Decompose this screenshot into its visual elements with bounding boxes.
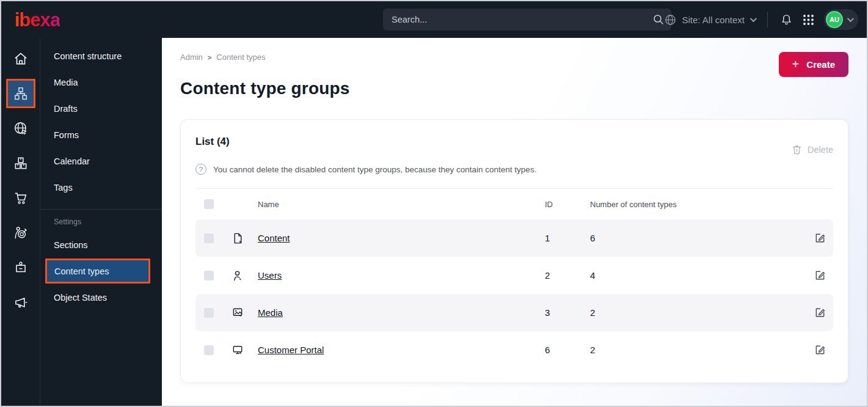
user-menu[interactable]: AU xyxy=(824,9,858,30)
breadcrumb: Admin > Content types xyxy=(180,53,848,62)
sidebar-item-personalization[interactable] xyxy=(1,215,40,250)
menu-item-drafts[interactable]: Drafts xyxy=(40,95,162,122)
monitor-icon xyxy=(232,344,258,356)
breadcrumb-separator: > xyxy=(208,54,211,61)
row-checkbox[interactable] xyxy=(204,233,214,243)
menu-item-tags[interactable]: Tags xyxy=(40,174,162,200)
image-icon xyxy=(232,307,258,318)
menu-panel: Content structure Media Drafts Forms Cal… xyxy=(40,38,162,406)
create-button[interactable]: + Create xyxy=(779,52,848,77)
group-id: 1 xyxy=(545,233,590,243)
row-checkbox[interactable] xyxy=(204,271,214,280)
menu-item-media[interactable]: Media xyxy=(40,69,162,95)
menu-section-settings: Settings xyxy=(40,212,162,232)
edit-button[interactable] xyxy=(803,307,830,318)
personalization-icon xyxy=(13,225,29,241)
table-header-row: Name ID Number of content types xyxy=(195,189,833,219)
top-bar: ibexa Site: All context xyxy=(1,1,867,38)
chevron-down-icon xyxy=(750,15,757,22)
app-window: ibexa Site: All context xyxy=(0,0,868,407)
group-count: 2 xyxy=(590,307,803,318)
ibexa-logo: ibexa xyxy=(15,10,60,29)
sidebar-item-content[interactable] xyxy=(1,76,40,111)
group-id: 3 xyxy=(545,307,590,318)
column-header-name: Name xyxy=(258,200,545,209)
admin-badge-icon xyxy=(13,260,29,276)
avatar: AU xyxy=(826,11,843,28)
info-line: ? You cannot delete the disabled content… xyxy=(195,164,833,175)
chevron-down-icon xyxy=(847,15,854,22)
page-title: Content type groups xyxy=(180,79,848,98)
topbar-divider xyxy=(767,12,768,28)
menu-item-forms[interactable]: Forms xyxy=(40,122,162,148)
row-checkbox[interactable] xyxy=(204,345,214,355)
group-count: 4 xyxy=(590,270,803,280)
active-item-highlight xyxy=(6,79,35,108)
sidebar-item-admin[interactable] xyxy=(1,250,40,285)
bell-icon xyxy=(780,13,793,26)
group-count: 2 xyxy=(590,345,803,355)
create-button-label: Create xyxy=(806,59,835,70)
edit-button[interactable] xyxy=(803,232,830,244)
row-checkbox[interactable] xyxy=(204,308,214,318)
list-count-title: List (4) xyxy=(195,136,230,148)
campaign-megaphone-icon xyxy=(13,295,29,310)
sidebar-item-product-catalog[interactable] xyxy=(1,145,40,180)
help-icon: ? xyxy=(195,164,206,175)
table-row: Media 3 2 xyxy=(195,294,833,331)
menu-item-sections[interactable]: Sections xyxy=(40,232,162,258)
commerce-cart-icon xyxy=(13,190,29,206)
breadcrumb-admin[interactable]: Admin xyxy=(180,53,203,62)
menu-item-content-structure[interactable]: Content structure xyxy=(40,43,162,69)
table-row: Customer Portal 6 2 xyxy=(195,331,833,369)
group-link[interactable]: Media xyxy=(258,307,283,318)
grid-icon xyxy=(803,14,814,26)
site-context-selector[interactable]: Site: All context xyxy=(665,14,755,26)
column-header-count: Number of content types xyxy=(590,200,803,209)
content-type-groups-table: Name ID Number of content types Content … xyxy=(195,189,833,369)
active-menu-highlight: Content types xyxy=(45,258,150,284)
menu-item-content-types[interactable]: Content types xyxy=(40,258,162,284)
trash-icon xyxy=(792,144,802,155)
globe-icon xyxy=(665,14,676,26)
product-catalog-icon xyxy=(13,155,29,171)
column-header-id: ID xyxy=(545,200,590,209)
site-globe-icon xyxy=(13,120,29,136)
menu-item-object-states[interactable]: Object States xyxy=(40,284,162,310)
group-id: 2 xyxy=(545,270,590,280)
edit-button[interactable] xyxy=(803,270,830,281)
delete-button-label: Delete xyxy=(808,145,833,155)
delete-button[interactable]: Delete xyxy=(792,144,833,155)
sidebar-item-site[interactable] xyxy=(1,111,40,145)
info-text: You cannot delete the disabled content t… xyxy=(213,165,536,174)
group-link[interactable]: Content xyxy=(258,233,290,243)
notifications-button[interactable] xyxy=(780,13,793,26)
search-input[interactable] xyxy=(383,15,653,24)
sidebar-item-campaign[interactable] xyxy=(1,285,40,320)
sidebar-item-commerce[interactable] xyxy=(1,180,40,215)
group-id: 6 xyxy=(545,345,590,355)
icon-sidebar xyxy=(1,38,40,406)
group-count: 6 xyxy=(590,233,803,243)
content-type-groups-card: List (4) Delete ? You cannot delete the … xyxy=(180,119,848,383)
menu-divider xyxy=(40,209,162,210)
home-icon xyxy=(13,51,29,67)
breadcrumb-content-types: Content types xyxy=(216,53,265,62)
sidebar-item-dashboard[interactable] xyxy=(1,41,40,76)
user-icon xyxy=(232,270,258,282)
select-all-checkbox[interactable] xyxy=(204,199,214,209)
content-structure-icon xyxy=(13,86,29,101)
menu-item-calendar[interactable]: Calendar xyxy=(40,148,162,174)
table-row: Users 2 4 xyxy=(195,257,833,294)
edit-button[interactable] xyxy=(803,344,830,356)
app-switcher-button[interactable] xyxy=(803,14,814,26)
site-context-label: Site: All context xyxy=(682,15,745,25)
group-link[interactable]: Customer Portal xyxy=(258,345,324,355)
group-link[interactable]: Users xyxy=(258,270,282,280)
content-file-icon xyxy=(232,232,258,244)
table-row: Content 1 6 xyxy=(195,219,833,257)
main-content: Admin > Content types + Create Content t… xyxy=(162,38,867,406)
global-search xyxy=(383,9,671,31)
plus-icon: + xyxy=(792,58,800,70)
search-icon[interactable] xyxy=(653,14,664,25)
